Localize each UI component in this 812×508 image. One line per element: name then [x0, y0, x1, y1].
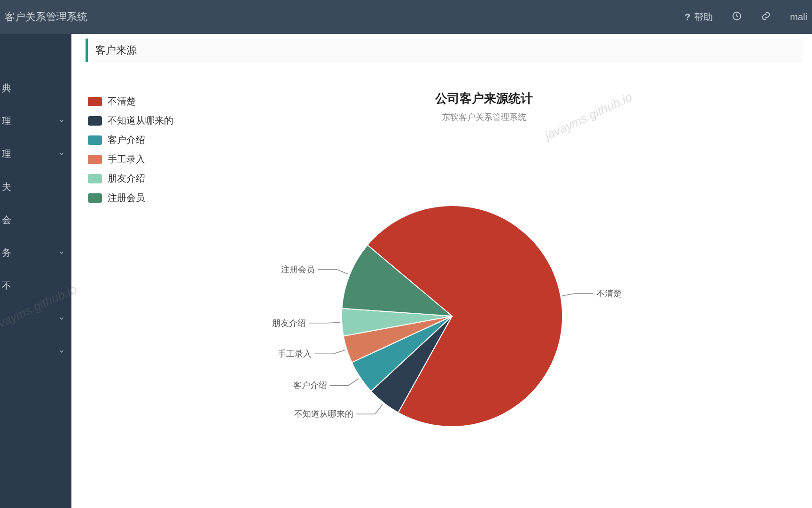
slice-label: 注册会员: [281, 265, 315, 274]
user-menu[interactable]: mali: [790, 12, 807, 23]
sidebar-item-label: 务: [2, 246, 11, 259]
legend-swatch: [88, 116, 102, 126]
chevron-down-icon: [58, 118, 65, 124]
sidebar-item-8[interactable]: [0, 335, 71, 368]
chart-title: 公司客户来源统计: [165, 90, 803, 107]
legend-swatch: [88, 155, 102, 164]
legend-swatch: [88, 174, 102, 183]
leader-line: [562, 294, 593, 296]
leader-line: [309, 322, 340, 323]
sidebar-item-5[interactable]: 务: [0, 236, 71, 269]
legend-swatch: [88, 135, 102, 145]
legend-swatch: [88, 97, 102, 106]
sidebar-item-2[interactable]: 理: [0, 137, 71, 170]
legend-swatch: [88, 193, 102, 203]
pie-chart: 不清楚不知道从哪来的客户介绍手工录入朋友介绍注册会员: [273, 194, 631, 459]
leader-line: [314, 350, 345, 354]
legend-item[interactable]: 手工录入: [88, 153, 173, 166]
main-content: 客户来源 不清楚不知道从哪来的客户介绍手工录入朋友介绍注册会员 公司客户来源统计…: [71, 34, 812, 508]
legend-label: 不知道从哪来的: [108, 114, 173, 127]
leader-line: [356, 405, 383, 414]
legend-item[interactable]: 朋友介绍: [88, 172, 173, 185]
sidebar-item-0[interactable]: 典: [0, 71, 71, 104]
sidebar-item-7[interactable]: [0, 302, 71, 335]
sidebar-item-label: 理: [2, 115, 11, 127]
chevron-down-icon: [58, 249, 65, 256]
legend-label: 手工录入: [108, 153, 145, 166]
chevron-down-icon: [58, 348, 65, 355]
chevron-down-icon: [58, 315, 65, 322]
legend-item[interactable]: 注册会员: [88, 191, 173, 204]
legend-item[interactable]: 客户介绍: [88, 134, 173, 146]
link-button[interactable]: [761, 11, 771, 24]
legend-item[interactable]: 不清楚: [88, 95, 173, 108]
sidebar-item-label: 不: [2, 279, 11, 292]
help-button[interactable]: ? 帮助: [685, 11, 713, 24]
question-icon: ?: [685, 12, 690, 23]
slice-label: 朋友介绍: [272, 318, 306, 328]
sidebar-item-3[interactable]: 夫: [0, 170, 71, 203]
sidebar-item-label: 夫: [2, 181, 11, 193]
sidebar-item-label: 会: [2, 214, 11, 226]
slice-label: 不清楚: [596, 289, 622, 298]
legend-item[interactable]: 不知道从哪来的: [88, 114, 173, 127]
sidebar-item-label: 理: [2, 148, 11, 160]
clock-icon: [732, 11, 742, 24]
link-icon: [761, 11, 771, 24]
sidebar-item-4[interactable]: 会: [0, 203, 71, 236]
history-button[interactable]: [732, 11, 742, 24]
panel-title: 客户来源: [86, 39, 803, 62]
chevron-down-icon: [58, 151, 65, 157]
slice-label: 不知道从哪来的: [294, 409, 353, 419]
leader-line: [330, 379, 359, 385]
app-title: 客户关系管理系统: [5, 10, 87, 24]
legend-label: 客户介绍: [108, 134, 145, 146]
sidebar-item-6[interactable]: 不: [0, 269, 71, 302]
help-label: 帮助: [694, 11, 713, 24]
slice-label: 手工录入: [278, 349, 312, 358]
slice-label: 客户介绍: [293, 381, 327, 390]
chart-legend: 不清楚不知道从哪来的客户介绍手工录入朋友介绍注册会员: [88, 95, 173, 204]
chart-subtitle: 东软客户关系管理系统: [165, 111, 803, 123]
sidebar-item-label: 典: [2, 82, 11, 95]
sidebar: 典理理夫会务不: [0, 34, 71, 508]
legend-label: 注册会员: [108, 191, 145, 204]
legend-label: 不清楚: [108, 95, 136, 108]
sidebar-item-1[interactable]: 理: [0, 104, 71, 137]
legend-label: 朋友介绍: [108, 172, 145, 185]
leader-line: [318, 270, 348, 274]
user-label: mali: [790, 12, 807, 23]
